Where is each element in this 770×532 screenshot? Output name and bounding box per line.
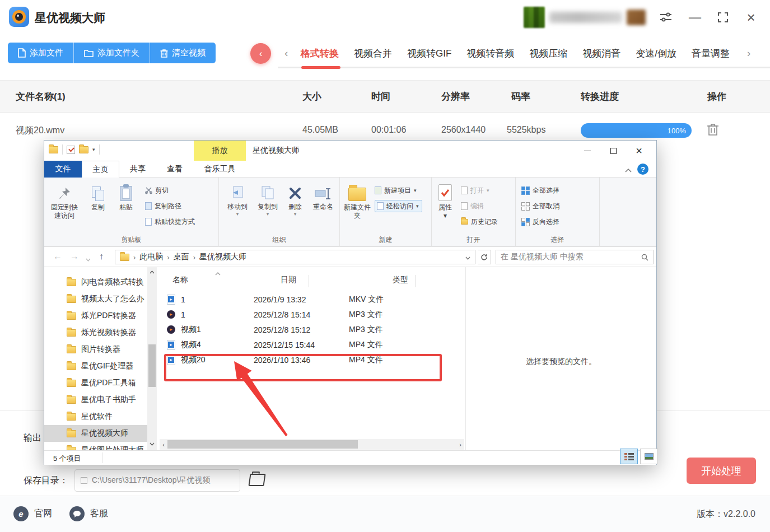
minimize-button[interactable]: —: [688, 10, 702, 25]
explorer-minimize-button[interactable]: [575, 141, 600, 161]
tab-file-menu[interactable]: 文件: [44, 161, 82, 178]
cut-button[interactable]: 剪切: [145, 184, 169, 197]
delete-button[interactable]: 删除 ▾: [283, 183, 307, 216]
chevron-left-icon[interactable]: ‹: [284, 47, 288, 59]
paste-button[interactable]: 粘贴: [114, 181, 138, 212]
scrollbar-thumb[interactable]: [148, 344, 156, 387]
move-to-button[interactable]: 移动到 ▾: [222, 183, 253, 216]
settings-sliders-icon[interactable]: [659, 10, 673, 25]
folder-icon[interactable]: [49, 146, 58, 153]
tab-video-to-gif[interactable]: 视频转GIF: [407, 47, 451, 60]
explorer-close-button[interactable]: ×: [626, 141, 652, 161]
delete-row-button[interactable]: [707, 123, 719, 138]
thumbnail-view-button[interactable]: [640, 449, 658, 464]
open-button[interactable]: 打开▾: [461, 184, 489, 197]
play-context-tab[interactable]: 播放: [194, 141, 246, 161]
select-none-button[interactable]: 全部取消: [521, 200, 559, 212]
address-bar[interactable]: › 此电脑 › 桌面 › 星优视频大师: [115, 250, 475, 264]
tree-folder-item[interactable]: 星优电子书助手: [44, 391, 147, 408]
breadcrumb-desktop[interactable]: 桌面: [174, 252, 189, 262]
properties-button[interactable]: 属性 ▾: [434, 181, 456, 220]
tab-video-mute[interactable]: 视频消音: [582, 47, 620, 60]
tree-folder-item-selected[interactable]: 星优视频大师: [44, 425, 147, 442]
select-all-button[interactable]: 全部选择: [521, 184, 559, 197]
file-row[interactable]: ▸ 1 2025/12/8 15:14 MP3 文件: [167, 307, 458, 322]
add-file-button[interactable]: 添加文件: [8, 43, 74, 63]
help-button[interactable]: ?: [637, 164, 648, 175]
select-all-icon: [521, 186, 530, 195]
tree-folder-item[interactable]: 星优GIF处理器: [44, 358, 147, 375]
tab-share[interactable]: 共享: [119, 161, 156, 178]
col-date[interactable]: 日期: [281, 275, 296, 285]
copy-to-button[interactable]: 复制到 ▾: [253, 183, 283, 216]
explorer-titlebar[interactable]: ▾ 播放 星优视频大师 ×: [44, 141, 656, 161]
forward-button[interactable]: →: [70, 251, 79, 262]
back-button[interactable]: ←: [53, 251, 62, 262]
folder-icon: [67, 380, 76, 387]
add-folder-button[interactable]: 添加文件夹: [74, 43, 150, 63]
official-site-link[interactable]: e 官网: [13, 506, 52, 521]
file-row[interactable]: ▸ 视频4 2025/12/15 15:44 MP4 文件: [167, 337, 458, 352]
col-type[interactable]: 类型: [393, 275, 408, 285]
tab-home[interactable]: 主页: [82, 161, 119, 178]
tab-music-tools[interactable]: 音乐工具: [194, 161, 246, 178]
tree-folder-item[interactable]: 闪电音频格式转换: [44, 274, 147, 291]
browse-folder-button[interactable]: [248, 474, 265, 486]
edit-button[interactable]: 编辑: [461, 200, 484, 212]
tab-video-to-audio[interactable]: 视频转音频: [466, 47, 514, 60]
tab-volume-adjust[interactable]: 音量调整: [692, 47, 730, 60]
breadcrumb-this-pc[interactable]: 此电脑: [139, 252, 163, 262]
tab-video-compress[interactable]: 视频压缩: [529, 47, 567, 60]
tab-format-convert[interactable]: 格式转换: [301, 47, 339, 60]
tab-video-merge[interactable]: 视频合并: [354, 47, 392, 60]
tree-folder-item[interactable]: 星优软件: [44, 408, 147, 425]
file-row[interactable]: ▸ 视频1 2025/12/8 15:12 MP3 文件: [167, 322, 458, 337]
copy-path-button[interactable]: 复制路径: [145, 200, 181, 212]
clear-videos-button[interactable]: 清空视频: [150, 43, 216, 63]
tree-folder-item[interactable]: 烁光视频转换器: [44, 324, 147, 341]
customer-service-link[interactable]: 客服: [69, 506, 108, 521]
tree-folder-item[interactable]: 星优图片处理大师: [44, 442, 147, 450]
history-button[interactable]: 历史记录: [461, 216, 498, 228]
new-folder-button[interactable]: 新建文件夹: [343, 181, 371, 220]
easy-access-button[interactable]: 轻松访问▾: [375, 200, 422, 212]
fullscreen-button[interactable]: [716, 10, 730, 25]
breadcrumb-current-folder[interactable]: 星优视频大师: [199, 252, 246, 262]
new-item-button[interactable]: 新建项目▾: [375, 184, 417, 197]
tabs-scroll-left-button[interactable]: ‹: [250, 43, 271, 64]
scroll-left-arrow[interactable]: ‹: [160, 441, 167, 448]
user-account-redacted[interactable]: [524, 7, 648, 28]
details-view-button[interactable]: [620, 449, 638, 464]
tree-folder-item[interactable]: 图片转换器: [44, 341, 147, 358]
file-row[interactable]: ▸ 1 2026/1/9 13:32 MKV 文件: [167, 292, 458, 307]
refresh-button[interactable]: [478, 250, 491, 264]
start-processing-button[interactable]: 开始处理: [687, 458, 756, 484]
scroll-right-arrow[interactable]: ›: [456, 441, 464, 448]
address-dropdown-chevron[interactable]: [465, 253, 470, 262]
collapse-ribbon-chevron[interactable]: [625, 165, 632, 174]
tree-folder-item[interactable]: 烁光PDF转换器: [44, 307, 147, 324]
paste-shortcut-button[interactable]: 粘贴快捷方式: [145, 216, 195, 228]
copy-button[interactable]: 复制: [86, 181, 110, 212]
invert-selection-button[interactable]: 反向选择: [521, 216, 559, 228]
tree-scrollbar[interactable]: [147, 267, 157, 450]
close-button[interactable]: ×: [744, 10, 758, 25]
tree-folder-item[interactable]: 星优PDF工具箱: [44, 375, 147, 391]
tab-speed-reverse[interactable]: 变速/倒放: [636, 47, 676, 60]
col-name[interactable]: 名称: [172, 275, 188, 285]
tab-view[interactable]: 查看: [156, 161, 193, 178]
checkbox-icon[interactable]: [67, 146, 75, 154]
tree-folder-item[interactable]: 视频太大了怎么办: [44, 291, 147, 307]
scroll-down-arrow[interactable]: [147, 441, 157, 447]
scroll-up-arrow[interactable]: [147, 269, 157, 275]
explorer-maximize-button[interactable]: [600, 141, 626, 161]
rename-button[interactable]: 重命名: [309, 183, 338, 212]
tabs-scroll-right-button[interactable]: ›: [747, 47, 750, 59]
chevron-down-icon[interactable]: ▾: [92, 147, 95, 152]
pin-to-quick-access-button[interactable]: 固定到快速访问: [49, 181, 80, 220]
save-dir-input[interactable]: C:\Users\31177\Desktop\星优视频: [74, 469, 240, 492]
up-button[interactable]: ↑: [99, 251, 104, 262]
recent-locations-chevron[interactable]: [86, 254, 91, 264]
search-input[interactable]: 在 星优视频大师 中搜索: [496, 250, 654, 264]
folder-icon[interactable]: [79, 146, 88, 153]
